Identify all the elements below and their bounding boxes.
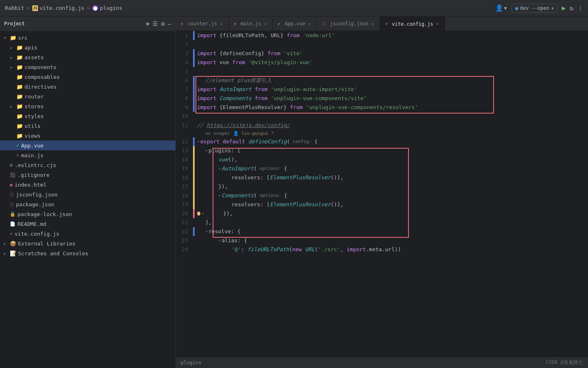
styles-label: styles	[25, 113, 44, 119]
sidebar-item-packagelockjson[interactable]: 🔒 package-lock.json	[0, 209, 175, 219]
sidebar-item-jsconfigjson[interactable]: ⬡ jsconfig.json	[0, 190, 175, 199]
tab-vite-config-js[interactable]: ⚡ vite.config.js ✕	[380, 17, 445, 31]
readme-label: README.md	[18, 221, 46, 227]
sidebar-item-assets[interactable]: ▸ 📁 assets	[0, 52, 175, 62]
code-line-23: ▾alias: {	[195, 236, 588, 245]
sidebar-item-styles[interactable]: 📁 styles	[0, 111, 175, 121]
router-icon: 📁	[16, 94, 23, 100]
code-editor[interactable]: import {fileURLToPath, URL} from 'node:u…	[195, 31, 588, 357]
run-config[interactable]: ▣ dev --open ▾	[512, 4, 558, 13]
tab-jsconfig-close[interactable]: ✕	[370, 20, 375, 27]
breadcrumb-viteconfig[interactable]: JS vite.config.js	[32, 5, 85, 11]
sidebar-item-directives[interactable]: 📁 directives	[0, 82, 175, 91]
sidebar-item-gitignore[interactable]: ⬛ .gitignore	[0, 170, 175, 180]
extlibs-label: External Libraries	[18, 241, 76, 247]
refresh-button[interactable]: ↻	[570, 4, 574, 12]
viteconfig-tab-icon: ⚡	[385, 21, 388, 27]
code-line-15: ▾AutoImport( options: {	[195, 164, 588, 173]
user-hint: 👤 liu-guigui *	[233, 129, 274, 138]
gitignore-label: .gitignore	[18, 172, 49, 178]
viteconfigjs-label: vite.config.js	[15, 231, 60, 237]
code-line-4: import vue from '@vitejs/plugin-vue'	[195, 58, 588, 67]
sidebar-item-viteconfigjs[interactable]: ⚡ vite.config.js	[0, 229, 175, 239]
appvue-tab-icon: ✔	[278, 21, 281, 27]
code-line-1: import {fileURLToPath, URL} from 'node:u…	[195, 31, 588, 40]
code-line-17: }),	[195, 182, 588, 191]
sidebar-item-scratches[interactable]: ▸ 📝 Scratches and Consoles	[0, 248, 175, 258]
plugins-icon: ⬤	[92, 5, 98, 11]
router-label: router	[25, 94, 44, 100]
code-line-8: import Components from 'unplugin-vue-com…	[195, 94, 588, 103]
indexhtml-label: index.html	[15, 182, 47, 188]
breadcrumb-plugins[interactable]: ⬤ plugins	[92, 5, 122, 11]
code-line-5	[195, 67, 588, 76]
assets-label: assets	[25, 54, 44, 60]
tabs-bar: ⚡ counter.js ✕ ⚡ main.js ✕ ✔ App.vue ✕ ⬡…	[176, 16, 588, 31]
sidebar-item-router[interactable]: 📁 router	[0, 91, 175, 101]
status-bar: plugins CSDN @鬼鬼骑士	[176, 357, 588, 368]
add-icon[interactable]: ⊕	[146, 20, 149, 27]
user-icon[interactable]: 👤▾	[495, 4, 507, 12]
tab-jsconfig-json[interactable]: ⬡ jsconfig.json ✕	[317, 17, 380, 31]
breadcrumb-sep-1: >	[27, 5, 30, 11]
src-label: src	[18, 35, 27, 41]
tab-appvue-close[interactable]: ✕	[307, 20, 312, 27]
code-line-13: ▾plugins: [	[195, 146, 588, 155]
mainjs-label: main.js	[21, 152, 44, 158]
sidebar-item-composables[interactable]: 📁 composables	[0, 72, 175, 82]
sidebar-item-extlibs[interactable]: ▸ 📦 External Libraries	[0, 239, 175, 248]
appvue-label: App.vue	[21, 143, 44, 149]
sidebar-item-eslintrc[interactable]: ⚙ .eslintrc.cjs	[0, 160, 175, 170]
sidebar-item-stores[interactable]: ▸ 📁 stores	[0, 101, 175, 111]
views-icon: 📁	[16, 133, 23, 139]
scratches-label: Scratches and Consoles	[18, 250, 88, 256]
sidebar-item-packagejson[interactable]: ⬡ package.json	[0, 199, 175, 209]
sidebar-item-readme[interactable]: 📄 README.md	[0, 219, 175, 229]
collapse-icon[interactable]: ☰	[153, 20, 158, 27]
run-config-chevron: ▾	[551, 5, 554, 11]
sidebar-item-views[interactable]: 📁 views	[0, 131, 175, 141]
tab-counter-close[interactable]: ✕	[219, 20, 224, 27]
breadcrumb-rabbit[interactable]: Rabbit	[5, 5, 24, 11]
sidebar-header: Project ⊕ ☰ ⚙ —	[0, 16, 175, 31]
extlibs-icon: 📦	[10, 241, 16, 247]
sidebar-item-mainjs[interactable]: ⚡ main.js	[0, 150, 175, 160]
code-line-16: resolvers: [ElementPlusResolver()],	[195, 173, 588, 182]
code-container[interactable]: 1 2 3 4 5 6 7 8 9 10 11 12 13 14 15 16 1…	[176, 31, 588, 357]
src-folder-icon: 📁	[10, 35, 16, 41]
views-label: views	[25, 133, 40, 139]
code-line-10	[195, 112, 588, 121]
run-config-label: dev --open	[520, 5, 549, 11]
sidebar-item-appvue[interactable]: ✔ App.vue	[0, 141, 175, 150]
tab-main-js[interactable]: ⚡ main.js ✕	[229, 17, 273, 31]
close-sidebar-icon[interactable]: —	[168, 20, 171, 27]
stores-icon: 📁	[16, 103, 23, 109]
settings-icon[interactable]: ⚙	[161, 20, 164, 27]
tab-mainjs-close[interactable]: ✕	[263, 20, 268, 27]
sidebar-item-apis[interactable]: ▸ 📁 apis	[0, 42, 175, 52]
packagejson-label: package.json	[16, 201, 54, 207]
sidebar-item-components[interactable]: ▸ 📁 components	[0, 62, 175, 72]
breadcrumb-plugins-label: plugins	[100, 5, 122, 11]
apis-icon: 📁	[16, 45, 23, 51]
sidebar-item-indexhtml[interactable]: ◉ index.html	[0, 180, 175, 190]
tab-app-vue[interactable]: ✔ App.vue ✕	[273, 17, 317, 31]
watermark: CSDN @鬼鬼骑士	[546, 359, 583, 366]
readme-icon: 📄	[10, 221, 16, 227]
code-line-22: ▾resolve: {	[195, 227, 588, 236]
styles-icon: 📁	[16, 113, 23, 119]
run-config-icon: ▣	[515, 5, 518, 11]
tab-viteconfig-close[interactable]: ✕	[435, 20, 440, 27]
more-button[interactable]: ⋮	[578, 5, 583, 11]
sidebar-item-src[interactable]: ▾ 📁 src	[0, 33, 175, 42]
sidebar-item-utils[interactable]: 📁 utils	[0, 121, 175, 131]
top-bar-right: 👤▾ ▣ dev --open ▾ ▶ ↻ ⋮	[495, 4, 583, 13]
gitignore-icon: ⬛	[10, 172, 16, 178]
code-line-9: import {ElementPlusResolver} from 'unplu…	[195, 103, 588, 112]
assets-icon: 📁	[16, 54, 23, 60]
sidebar-tree: ▾ 📁 src ▸ 📁 apis ▸ 📁 assets ▸ 📁 compone	[0, 31, 175, 368]
tab-counter-js[interactable]: ⚡ counter.js ✕	[176, 17, 229, 31]
mainjs-icon: ⚡	[16, 153, 19, 158]
run-button[interactable]: ▶	[562, 4, 566, 12]
code-line-2	[195, 40, 588, 49]
